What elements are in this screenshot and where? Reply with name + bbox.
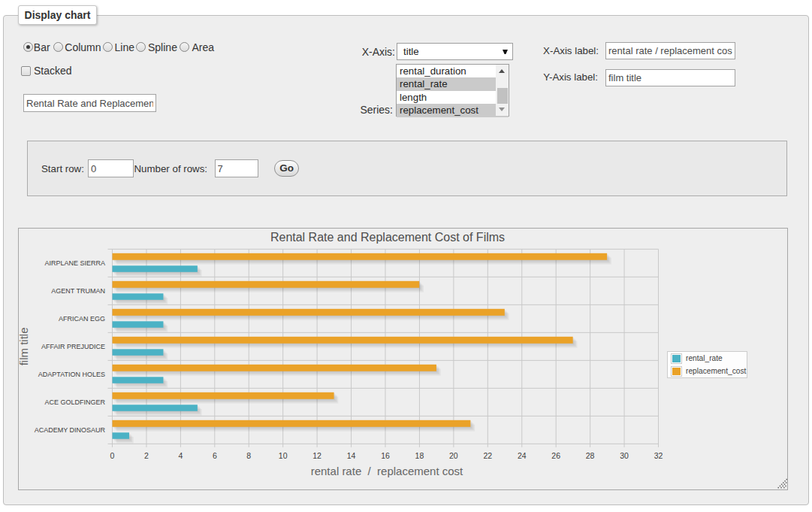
svg-text:AFRICAN EGG: AFRICAN EGG: [59, 315, 105, 323]
svg-text:4: 4: [178, 451, 183, 460]
svg-text:0: 0: [110, 451, 115, 460]
svg-text:AFFAIR PREJUDICE: AFFAIR PREJUDICE: [41, 343, 105, 350]
svg-text:20: 20: [449, 451, 458, 460]
svg-text:8: 8: [246, 451, 251, 460]
svg-text:16: 16: [381, 451, 390, 460]
svg-text:28: 28: [586, 451, 595, 460]
svg-text:rental_rate: rental_rate: [686, 354, 723, 362]
svg-text:ADAPTATION HOLES: ADAPTATION HOLES: [38, 371, 105, 378]
svg-text:ACADEMY DINOSAUR: ACADEMY DINOSAUR: [35, 426, 106, 434]
svg-text:30: 30: [620, 451, 629, 460]
svg-text:18: 18: [415, 451, 424, 460]
svg-text:replacement_cost: replacement_cost: [686, 367, 747, 375]
svg-text:2: 2: [144, 451, 149, 460]
svg-text:24: 24: [518, 451, 527, 460]
svg-text:22: 22: [483, 451, 492, 460]
svg-text:rental rate / replacement co: rental rate / replacement cost: [311, 465, 463, 477]
svg-text:ACE GOLDFINGER: ACE GOLDFINGER: [44, 398, 105, 406]
svg-text:26: 26: [551, 451, 560, 460]
svg-text:AGENT TRUMAN: AGENT TRUMAN: [51, 287, 105, 295]
svg-text:6: 6: [213, 451, 217, 460]
svg-text:film title: film title: [18, 327, 30, 365]
svg-text:AIRPLANE SIERRA: AIRPLANE SIERRA: [44, 259, 105, 267]
svg-text:14: 14: [347, 451, 356, 460]
svg-text:32: 32: [654, 451, 663, 460]
svg-text:10: 10: [279, 451, 288, 460]
svg-text:12: 12: [312, 451, 321, 460]
svg-text:Rental Rate and Replacement Co: Rental Rate and Replacement Cost of Film…: [270, 231, 505, 244]
